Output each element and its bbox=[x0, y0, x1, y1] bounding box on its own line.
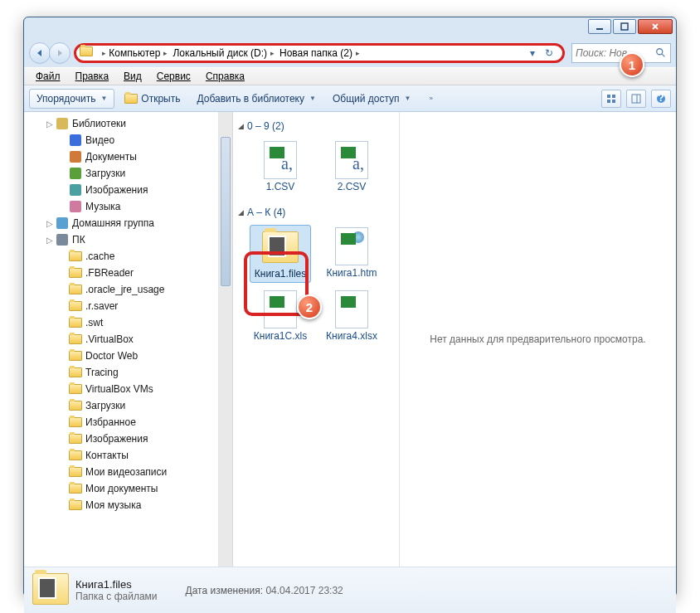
tree-item-label: .oracle_jre_usage bbox=[85, 284, 164, 295]
file-item[interactable]: a,2.CSV bbox=[321, 139, 382, 195]
tree-item[interactable]: Контакты bbox=[24, 447, 218, 464]
preview-pane-button[interactable] bbox=[626, 90, 646, 108]
minimize-button[interactable] bbox=[588, 19, 611, 34]
tree-item[interactable]: Мои документы bbox=[24, 480, 218, 497]
tree-item-label: Мои документы bbox=[85, 483, 158, 494]
tree-item-label: Музыка bbox=[85, 201, 120, 212]
tree-item-label: .cache bbox=[85, 251, 114, 262]
tree-item[interactable]: ▷Домашняя группа bbox=[24, 215, 218, 231]
tree-item[interactable]: .swt bbox=[24, 314, 218, 331]
address-bar[interactable]: ▸ Компьютер▸ Локальный диск (D:)▸ Новая … bbox=[74, 43, 565, 63]
tree-item[interactable]: Изображения bbox=[24, 431, 218, 447]
open-button[interactable]: Открыть bbox=[118, 89, 187, 109]
menu-help[interactable]: Справка bbox=[199, 69, 251, 84]
address-dropdown[interactable]: ▾ bbox=[524, 45, 541, 61]
tree-item-label: Домашняя группа bbox=[72, 217, 154, 229]
tree-item-label: Doctor Web bbox=[85, 350, 138, 362]
folder-icon bbox=[69, 366, 82, 379]
crumb-computer[interactable]: ▸ Компьютер▸ bbox=[96, 47, 170, 59]
file-label: 2.CSV bbox=[338, 182, 367, 193]
content-scrollbar[interactable] bbox=[219, 112, 233, 567]
menu-edit[interactable]: Правка bbox=[69, 69, 116, 84]
tree-item[interactable]: Избранное bbox=[24, 414, 218, 431]
tree-item[interactable]: Doctor Web bbox=[24, 348, 218, 364]
menu-tools[interactable]: Сервис bbox=[150, 69, 197, 84]
tree-item-label: Изображения bbox=[85, 433, 148, 445]
tree-item[interactable]: .r.saver bbox=[24, 298, 218, 314]
share-button[interactable]: Общий доступ▼ bbox=[326, 89, 418, 109]
add-to-library-button[interactable]: Добавить в библиотеку▼ bbox=[190, 89, 322, 109]
file-item[interactable]: Книга1.htm bbox=[321, 225, 382, 283]
tree-item-label: ПК bbox=[72, 234, 85, 246]
refresh-button[interactable]: ↻ bbox=[541, 45, 557, 61]
file-item[interactable]: Книга4.xlsx bbox=[321, 288, 382, 344]
svg-rect-1 bbox=[621, 23, 628, 30]
menu-file[interactable]: Файл bbox=[29, 69, 67, 84]
svg-rect-15 bbox=[70, 168, 81, 179]
tree-item[interactable]: .VirtualBox bbox=[24, 331, 218, 348]
csv-icon: a, bbox=[332, 140, 372, 180]
tree-item[interactable]: .cache bbox=[24, 248, 218, 265]
tree-item[interactable]: Документы bbox=[24, 148, 218, 165]
libraries-icon bbox=[56, 117, 69, 130]
folder-icon bbox=[69, 283, 82, 296]
tree-item[interactable]: ▷ПК bbox=[24, 231, 218, 248]
svg-rect-18 bbox=[56, 217, 68, 229]
file-item[interactable]: a,1.CSV bbox=[250, 139, 311, 195]
organize-button[interactable]: Упорядочить▼ bbox=[29, 89, 114, 109]
tree-item[interactable]: Музыка bbox=[24, 198, 218, 215]
folder-icon bbox=[69, 416, 82, 429]
preview-pane: Нет данных для предварительного просмотр… bbox=[399, 112, 676, 567]
tree-toggle-icon[interactable]: ▷ bbox=[44, 236, 56, 245]
tree-item[interactable]: .FBReader bbox=[24, 265, 218, 281]
tree-item[interactable]: .oracle_jre_usage bbox=[24, 281, 218, 298]
details-icon bbox=[32, 573, 67, 608]
svg-rect-17 bbox=[70, 201, 81, 212]
crumb-folder[interactable]: Новая папка (2)▸ bbox=[277, 47, 362, 59]
tree-item[interactable]: Моя музыка bbox=[24, 497, 218, 513]
file-label: Книга4.xlsx bbox=[326, 331, 377, 343]
tree-item[interactable]: ▷Библиотеки bbox=[24, 115, 218, 132]
file-item[interactable]: Книга1.files bbox=[250, 225, 311, 283]
group-header[interactable]: ◢А – К (4) bbox=[236, 203, 396, 221]
tree-toggle-icon[interactable]: ▷ bbox=[44, 219, 56, 228]
csv-icon: a, bbox=[260, 140, 300, 180]
tree-item[interactable]: Изображения bbox=[24, 182, 218, 198]
navigation-tree[interactable]: ▷Библиотеки Видео Документы Загрузки Изо… bbox=[24, 112, 219, 567]
help-button[interactable]: ? bbox=[651, 90, 671, 108]
video-icon bbox=[69, 134, 82, 147]
tree-item[interactable]: Видео bbox=[24, 132, 218, 148]
folder-open-icon bbox=[124, 94, 138, 104]
titlebar bbox=[24, 17, 676, 39]
tree-item[interactable]: Загрузки bbox=[24, 165, 218, 182]
menu-view[interactable]: Вид bbox=[117, 69, 148, 84]
tree-item[interactable]: Мои видеозаписи bbox=[24, 464, 218, 480]
forward-button[interactable] bbox=[49, 42, 70, 64]
tree-item[interactable]: VirtualBox VMs bbox=[24, 381, 218, 397]
search-icon bbox=[655, 47, 667, 59]
scrollbar-thumb[interactable] bbox=[221, 137, 231, 286]
menubar: Файл Правка Вид Сервис Справка bbox=[24, 67, 676, 85]
tree-item-label: .r.saver bbox=[85, 300, 118, 312]
tree-item-label: .swt bbox=[85, 317, 103, 328]
folder-icon bbox=[69, 266, 82, 280]
svg-rect-4 bbox=[607, 95, 610, 98]
tree-toggle-icon[interactable]: ▷ bbox=[44, 119, 56, 129]
tree-item-label: Контакты bbox=[85, 450, 129, 461]
group-header[interactable]: ◢0 – 9 (2) bbox=[236, 117, 396, 135]
view-options-button[interactable] bbox=[601, 90, 621, 108]
close-button[interactable] bbox=[638, 19, 673, 34]
tree-item-label: Мои видеозаписи bbox=[85, 466, 167, 478]
svg-rect-19 bbox=[56, 234, 68, 246]
crumb-drive[interactable]: Локальный диск (D:)▸ bbox=[170, 47, 277, 59]
toolbar-overflow[interactable]: » bbox=[420, 89, 439, 109]
tree-item[interactable]: Tracing bbox=[24, 364, 218, 381]
annotation-marker-2: 2 bbox=[297, 294, 322, 319]
svg-text:?: ? bbox=[658, 94, 664, 104]
navigation-row: ▸ Компьютер▸ Локальный диск (D:)▸ Новая … bbox=[24, 39, 676, 67]
folder-icon bbox=[69, 316, 82, 329]
tree-item[interactable]: Загрузки bbox=[24, 397, 218, 414]
back-button[interactable] bbox=[29, 42, 51, 64]
maximize-button[interactable] bbox=[613, 19, 636, 34]
folder-icon bbox=[69, 482, 82, 495]
